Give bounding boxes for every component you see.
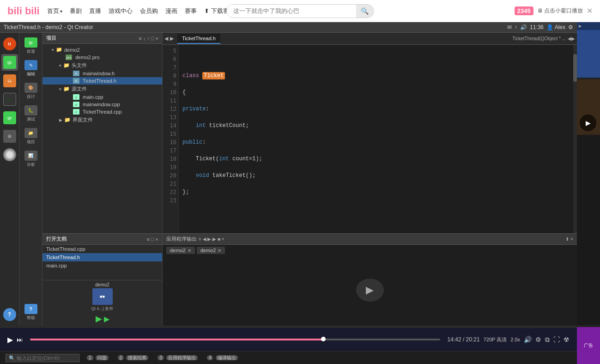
qt-bottom-panel: 打开文档 ≡ □ × TicketThread.cpp TicketThread… (42, 233, 577, 326)
qt-tab-ticketthread-h[interactable]: TicketThread.h (177, 34, 220, 44)
qt-icon-cd[interactable] (1, 146, 18, 163)
play-pause-btn[interactable]: ▶ (7, 335, 13, 344)
next-btn[interactable]: ⏭ (17, 336, 23, 343)
code-line-7: { (182, 88, 570, 97)
qt-mode-debug[interactable]: 🐛 调试 (24, 103, 38, 125)
qt-mode-design[interactable]: 🎨 设计 (24, 80, 38, 103)
tree-item-demo2[interactable]: ▾ 📁 demo2 (42, 46, 162, 54)
qt-titlebar: TicketThread.h - demo2 - Qt Creator ✉ ↑ … (0, 22, 577, 33)
line-num-8: 8 (164, 72, 176, 80)
qt-project-tree: 项目 ≡ ↓ ↑ □ × ▾ 📁 demo2 (42, 33, 163, 233)
qt-mode-welcome[interactable]: Qt 欢迎 (24, 35, 38, 57)
qt-minimize-icon[interactable]: ✉ (507, 24, 512, 30)
qt-icon-file-manager[interactable]: 🗂 (1, 73, 18, 89)
qt-maximize-icon[interactable]: ↑ (515, 24, 517, 30)
search-button[interactable]: 🔍 (356, 5, 373, 18)
settings-btn[interactable]: ⚙ (535, 336, 541, 343)
qt-run-debug-btn[interactable]: ▶ (104, 315, 109, 324)
fullscreen-btn[interactable]: ⛶ (553, 336, 560, 343)
qt-mode-edit[interactable]: ✎ 编辑 (24, 57, 38, 80)
tree-arrow-sources: ▾ (59, 87, 61, 91)
nav-item-bangumi[interactable]: 番剧 (70, 7, 82, 15)
related-video-1-overlay: ▶ (577, 22, 600, 30)
nav-item-live[interactable]: 直播 (89, 7, 101, 15)
qt-window-title: TicketThread.h - demo2 - Qt Creator (4, 24, 93, 30)
open-doc-ticketthread-h[interactable]: TicketThread.h (42, 253, 162, 261)
tree-item-ticketthread-cpp[interactable]: c TicketThread.cpp (42, 108, 162, 115)
mini-player-btn[interactable]: 🖥 点击小窗口播放 (537, 7, 583, 15)
qt-build-info: demo2 ■■ Qt 4...) 发布 ▶ ▶ (42, 280, 162, 326)
nav-item-esports[interactable]: 赛事 (185, 7, 197, 15)
tree-item-demo2pro[interactable]: pro demo2.pro (42, 54, 162, 61)
search-input[interactable] (227, 5, 356, 17)
qt-output-expand[interactable]: ⬆ × (565, 237, 573, 242)
qt-mode-help[interactable]: ? 帮助 (24, 301, 38, 324)
qt-icon-grid-view[interactable]: ⊞ (1, 128, 18, 145)
qt-mode-project[interactable]: 📁 项目 (24, 125, 38, 148)
qt-tab-nav-left[interactable]: ◀ (164, 36, 168, 42)
qt-mode-toolbar: Qt 欢迎 ✎ 编辑 🎨 设计 🐛 调试 (19, 33, 42, 326)
tree-label-mainwindow-cpp: mainwindow.cpp (83, 102, 120, 107)
related-video-2[interactable]: ▶ (577, 79, 600, 135)
status-tab-compile-num: 4 (207, 355, 213, 360)
qt-icon-qt-logo[interactable]: Qt (1, 109, 18, 126)
video-progress-bar[interactable] (30, 339, 440, 340)
tree-item-ui-folder[interactable]: ▶ 📁 界面文件 (42, 115, 162, 124)
qt-code-content[interactable]: class Ticket { private: int ticketCount;… (179, 45, 573, 233)
qt-project-panel-title: 项目 (46, 35, 56, 42)
nav-item-game[interactable]: 游戏中心 (109, 7, 133, 15)
nav-item-manga[interactable]: 漫画 (165, 7, 177, 15)
tree-item-main-cpp[interactable]: c main.cpp (42, 93, 162, 101)
qt-output-tab-close-1[interactable]: ✕ (188, 248, 191, 253)
qt-icon-help[interactable]: ? (1, 306, 18, 323)
line-num-19: 19 (164, 163, 176, 171)
more-btn[interactable]: ☢ (564, 336, 570, 343)
open-doc-main-cpp[interactable]: main.cpp (42, 261, 162, 270)
locator-input[interactable] (6, 354, 79, 362)
close-nav-btn[interactable]: ✕ (587, 6, 593, 15)
tree-item-mainwindow-h[interactable]: h mainwindow.h (42, 70, 162, 77)
tree-item-ticketthread-h[interactable]: h TicketThread.h (42, 77, 162, 85)
tree-item-mainwindow-cpp[interactable]: c mainwindow.cpp (42, 101, 162, 108)
qt-settings-icon[interactable]: ⚙ (568, 24, 573, 30)
qt-volume-icon[interactable]: 🔊 (520, 24, 527, 30)
volume-btn[interactable]: 🔊 (524, 336, 532, 343)
qt-editor-scrollbar[interactable] (573, 45, 577, 233)
qt-icon-qt-green[interactable]: Qt (1, 54, 18, 71)
code-line-8: private: (182, 105, 570, 113)
qt-open-docs-header: 打开文档 ≡ □ × (42, 234, 162, 245)
qt-run-btn[interactable]: ▶ (96, 314, 102, 324)
status-tab-search[interactable]: 2 搜索结果 (114, 354, 153, 362)
speed-btn[interactable]: 2.0x (510, 337, 520, 342)
code-line-5 (182, 55, 570, 63)
view-counter: 2345 (515, 6, 533, 15)
tree-item-sources-folder[interactable]: ▾ 📁 源文件 (42, 85, 162, 93)
line-num-16: 16 (164, 138, 176, 146)
nav-item-vip[interactable]: 会员购 (140, 7, 158, 15)
qt-mode-analyze[interactable]: 📊 分析 (24, 148, 38, 170)
qt-output-tab-demo2-1[interactable]: demo2 ✕ (166, 247, 195, 254)
nav-item-home[interactable]: 首页 (47, 7, 63, 15)
status-tab-compile[interactable]: 4 编译输出 (203, 354, 242, 362)
bili-logo[interactable]: bili bili (7, 5, 40, 17)
status-tab-output[interactable]: 3 应用程序输出 (154, 354, 202, 362)
qt-tab-nav-right[interactable]: ▶ (170, 36, 174, 42)
tree-label-ticketthread-cpp: TicketThread.cpp (83, 109, 122, 115)
tree-label-main-cpp: main.cpp (83, 94, 103, 100)
qt-output-tab-close-2[interactable]: ✕ (218, 248, 221, 253)
qt-icon-terminal[interactable]: >_ (1, 91, 18, 108)
qt-icon-ubuntu[interactable]: U (1, 36, 18, 52)
related-video-1[interactable]: ▶ (577, 22, 600, 78)
qt-scrollbar-thumb[interactable] (573, 54, 577, 82)
qt-output-tab-demo2-2[interactable]: demo2 ✕ (197, 247, 225, 254)
pip-btn[interactable]: ⧉ (545, 336, 550, 344)
purple-ad-banner[interactable]: 广告 (577, 327, 600, 364)
qt-breadcrumb: TicketThread(QObject * ... (512, 36, 566, 41)
status-tab-problems[interactable]: 1 问题 (83, 354, 113, 362)
right-sidebar-filler (577, 135, 600, 325)
video-controls: ▶ ⏭ 14:42 / 20:21 720P 高清 2.0x 🔊 ⚙ ⧉ ⛶ ☢ (0, 328, 577, 351)
open-doc-ticketthread-cpp[interactable]: TicketThread.cpp (42, 245, 162, 253)
tree-item-headers-folder[interactable]: ▾ 📁 头文件 (42, 61, 162, 70)
quality-btn[interactable]: 720P 高清 (484, 336, 507, 343)
status-tab-problems-num: 1 (87, 355, 93, 360)
